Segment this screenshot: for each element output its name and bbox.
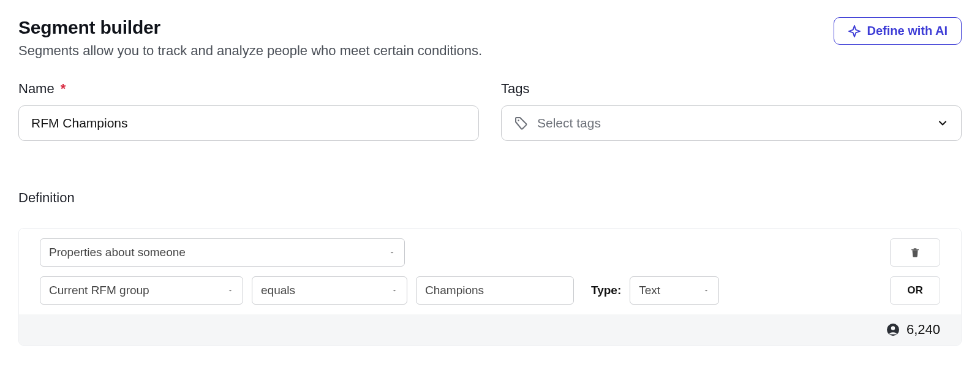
page-title: Segment builder xyxy=(18,17,482,38)
people-count: 6,240 xyxy=(907,322,940,338)
or-label: OR xyxy=(907,284,923,297)
value-text: Champions xyxy=(425,284,484,297)
tags-select[interactable]: Select tags xyxy=(501,105,962,141)
svg-point-0 xyxy=(518,119,519,121)
name-label-text: Name xyxy=(18,81,55,96)
definition-heading: Definition xyxy=(18,190,962,206)
attribute-select[interactable]: Current RFM group xyxy=(40,276,243,305)
trash-icon xyxy=(910,247,921,258)
tag-icon xyxy=(514,116,529,131)
definition-card: Properties about someone Current RFM gro… xyxy=(18,228,962,346)
type-value: Text xyxy=(639,284,660,297)
delete-condition-button[interactable] xyxy=(890,238,940,267)
condition-type-value: Properties about someone xyxy=(49,246,186,259)
type-select[interactable]: Text xyxy=(630,276,719,305)
tags-placeholder: Select tags xyxy=(537,116,601,131)
tags-label: Tags xyxy=(501,81,962,97)
person-icon xyxy=(886,322,900,337)
page-subtitle: Segments allow you to track and analyze … xyxy=(18,43,482,59)
chevron-down-icon xyxy=(937,117,949,129)
attribute-value: Current RFM group xyxy=(49,284,149,297)
caret-down-icon xyxy=(227,284,234,297)
operator-select[interactable]: equals xyxy=(252,276,407,305)
name-label: Name * xyxy=(18,81,479,97)
sparkle-icon xyxy=(848,25,861,38)
condition-type-select[interactable]: Properties about someone xyxy=(40,238,405,267)
svg-point-2 xyxy=(891,326,895,330)
define-with-ai-button[interactable]: Define with AI xyxy=(834,17,962,45)
type-label: Type: xyxy=(591,284,621,297)
caret-down-icon xyxy=(703,284,710,297)
operator-value: equals xyxy=(261,284,295,297)
name-input[interactable] xyxy=(18,105,479,141)
value-input[interactable]: Champions xyxy=(416,276,574,305)
or-button[interactable]: OR xyxy=(890,276,940,305)
caret-down-icon xyxy=(388,246,396,259)
required-asterisk: * xyxy=(61,81,66,96)
define-with-ai-label: Define with AI xyxy=(867,24,948,38)
caret-down-icon xyxy=(391,284,398,297)
